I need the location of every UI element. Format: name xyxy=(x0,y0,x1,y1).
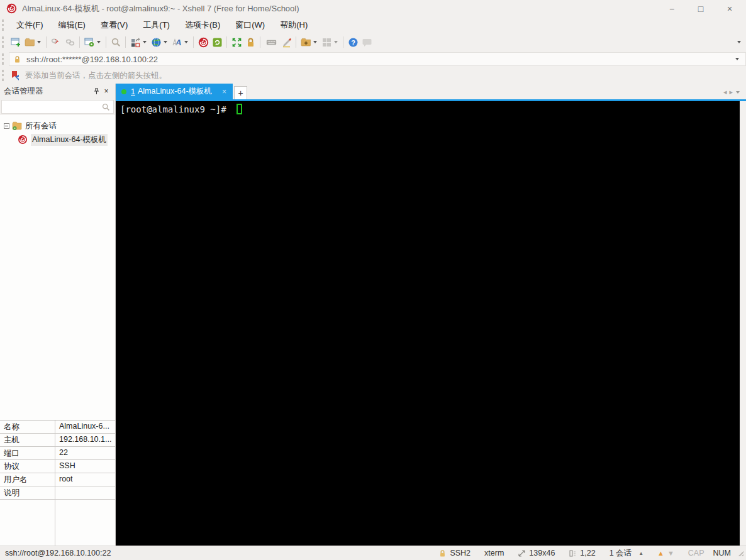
font-dropdown-icon[interactable] xyxy=(184,41,188,43)
terminal-scrollbar[interactable] xyxy=(740,101,746,546)
table-row: 端口22 xyxy=(0,447,115,460)
table-filler xyxy=(0,500,115,546)
protocol-label: SSH2 xyxy=(450,549,470,557)
pin-panel-icon[interactable] xyxy=(91,88,101,95)
toolbar-separator xyxy=(79,36,80,48)
prop-value: AlmaLinux-6... xyxy=(55,420,115,433)
session-manager-title: 会话管理器 xyxy=(4,86,91,97)
scroll-down-icon[interactable]: ▼ xyxy=(667,549,674,557)
resize-grip-icon[interactable] xyxy=(737,550,743,556)
add-session-flag-icon[interactable] xyxy=(11,71,20,80)
minimize-button[interactable]: − xyxy=(665,4,678,14)
tree-root-label[interactable]: 所有会话 xyxy=(25,121,57,131)
new-tab-button[interactable]: + xyxy=(234,86,247,99)
open-session-icon[interactable] xyxy=(23,35,36,50)
search-icon xyxy=(102,103,110,111)
encoding-globe-icon[interactable] xyxy=(149,35,163,50)
tab-list-dropdown-icon[interactable] xyxy=(736,91,740,94)
tab-close-icon[interactable]: × xyxy=(222,87,226,96)
fullscreen-icon[interactable] xyxy=(230,35,243,50)
font-icon[interactable]: A xyxy=(170,35,184,50)
scroll-up-icon[interactable]: ▲ xyxy=(657,549,664,557)
toolbar-separator xyxy=(226,36,227,48)
toolbar-separator xyxy=(46,36,47,48)
status-bar: ssh://root@192.168.10.100:22 SSH2 xterm … xyxy=(0,546,746,560)
tab-scroll-right-icon[interactable]: ▸ xyxy=(729,88,733,96)
toolbar-overflow-icon[interactable] xyxy=(737,41,741,43)
window-title: AlmaLinux-64-模板机 - root@almalinux9:~ - X… xyxy=(22,3,665,14)
menu-view[interactable]: 查看(V) xyxy=(94,18,134,33)
status-terminal-type[interactable]: xterm xyxy=(484,549,504,557)
tree-node-all-sessions[interactable]: 所有会话 xyxy=(0,119,115,133)
menu-tools[interactable]: 工具(T) xyxy=(136,18,176,33)
table-row: 主机192.168.10.1... xyxy=(0,434,115,447)
disconnect-icon xyxy=(49,35,63,50)
menu-tabs[interactable]: 选项卡(B) xyxy=(179,18,226,33)
xftp-button-icon[interactable] xyxy=(210,35,224,50)
new-session-folder-icon[interactable] xyxy=(299,35,313,50)
menu-help[interactable]: 帮助(H) xyxy=(274,18,314,33)
menu-edit[interactable]: 编辑(E) xyxy=(52,18,92,33)
tab-session[interactable]: 1 AlmaLinux-64-模板机 × xyxy=(116,84,233,99)
terminal-area[interactable]: [root@almalinux9 ~]# xyxy=(116,101,740,546)
prop-value: 192.168.10.1... xyxy=(55,434,115,446)
help-icon[interactable]: ? xyxy=(346,35,360,50)
feedback-icon xyxy=(360,35,374,50)
addressbar-grip[interactable] xyxy=(2,53,6,65)
session-search-row xyxy=(0,99,115,115)
tab-scroll-left-icon[interactable]: ◂ xyxy=(723,88,727,96)
address-dropdown-icon[interactable] xyxy=(735,58,739,60)
address-url[interactable]: ssh://root:******@192.168.10.100:22 xyxy=(26,55,158,64)
toolbar-separator xyxy=(125,36,126,48)
toolbar-grip[interactable] xyxy=(2,36,6,48)
infobar-grip[interactable] xyxy=(2,70,6,81)
layout-icon[interactable] xyxy=(128,35,142,50)
session-properties-dropdown-icon[interactable] xyxy=(97,41,101,43)
status-cursor-position: 1,22 xyxy=(569,549,595,557)
menubar-grip[interactable] xyxy=(2,19,6,31)
session-list-expand-icon[interactable]: ▲ xyxy=(638,551,643,556)
address-bar: ssh://root:******@192.168.10.100:22 xyxy=(0,51,746,67)
resize-icon xyxy=(518,549,526,557)
session-properties-icon[interactable] xyxy=(82,35,96,50)
maximize-button[interactable]: □ xyxy=(694,4,707,14)
session-manager-header: 会话管理器 × xyxy=(0,84,115,99)
terminal-prompt: [root@almalinux9 ~]# xyxy=(120,104,231,114)
xshell-button-icon[interactable] xyxy=(196,35,210,50)
close-panel-icon[interactable]: × xyxy=(101,87,111,96)
new-session-icon[interactable] xyxy=(9,35,23,50)
tab-title: AlmaLinux-64-模板机 xyxy=(138,86,212,97)
status-protocol: SSH2 xyxy=(438,549,470,557)
reconnect-icon xyxy=(63,35,77,50)
address-field[interactable]: ssh://root:******@192.168.10.100:22 xyxy=(9,52,746,66)
info-message: 要添加当前会话，点击左侧的箭头按钮。 xyxy=(25,70,167,81)
menu-window[interactable]: 窗口(W) xyxy=(229,18,271,33)
session-tree: 所有会话 AlmaLinux-64-模板机 xyxy=(0,115,115,420)
virtual-keyboard-icon[interactable] xyxy=(263,35,279,50)
encoding-dropdown-icon[interactable] xyxy=(164,41,167,43)
new-folder-dropdown-icon[interactable] xyxy=(313,41,317,43)
lock-screen-icon[interactable] xyxy=(243,35,257,50)
toolbar-separator xyxy=(193,36,194,48)
connected-dot-icon xyxy=(121,89,126,94)
tile-windows-icon xyxy=(320,35,333,50)
menu-file[interactable]: 文件(F) xyxy=(10,18,50,33)
prop-value xyxy=(55,486,115,499)
compose-pen-icon[interactable] xyxy=(279,35,293,50)
status-terminal-size: 139x46 xyxy=(518,549,555,557)
prop-label: 说明 xyxy=(0,486,55,499)
toolbar-separator xyxy=(260,36,260,48)
status-url: ssh://root@192.168.10.100:22 xyxy=(5,549,425,557)
layout-dropdown-icon[interactable] xyxy=(143,41,147,43)
prop-label: 协议 xyxy=(0,460,55,473)
table-row: 名称AlmaLinux-6... xyxy=(0,420,115,434)
status-session-count[interactable]: 1 会话 ▲ xyxy=(610,548,643,559)
prop-label: 主机 xyxy=(0,434,55,446)
close-button[interactable]: × xyxy=(723,4,736,14)
tree-node-session[interactable]: AlmaLinux-64-模板机 xyxy=(0,133,115,146)
open-session-dropdown-icon[interactable] xyxy=(37,41,41,43)
collapse-icon[interactable] xyxy=(4,123,9,129)
session-search-input[interactable] xyxy=(1,100,114,114)
tile-windows-dropdown-icon xyxy=(334,41,338,43)
tree-session-label[interactable]: AlmaLinux-64-模板机 xyxy=(31,134,108,146)
